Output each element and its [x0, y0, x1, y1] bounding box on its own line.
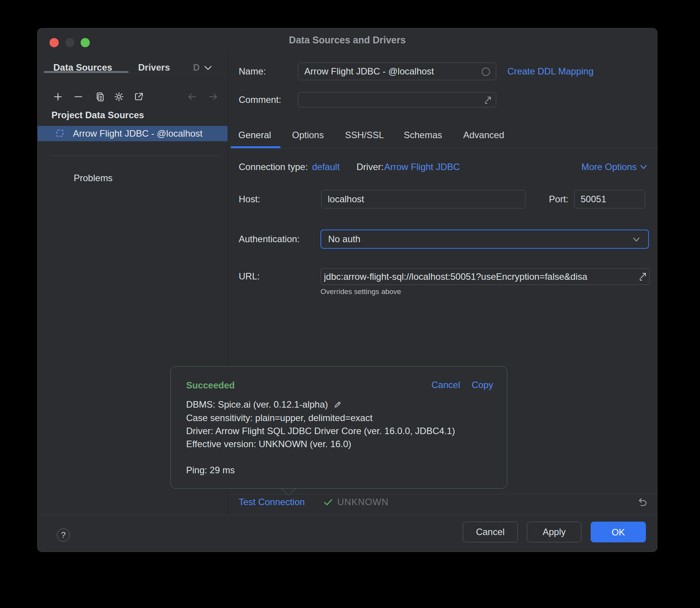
- url-hint: Overrides settings above: [320, 287, 401, 296]
- popup-cancel-link[interactable]: Cancel: [431, 380, 460, 390]
- popup-line-dbms: DBMS: Spice.ai (ver. 0.12.1-alpha): [186, 399, 342, 410]
- host-input[interactable]: localhost: [321, 190, 525, 208]
- sidebar-list-divider: [50, 155, 222, 156]
- window-title: Data Sources and Drivers: [38, 35, 657, 45]
- remove-icon[interactable]: [73, 92, 83, 102]
- tab-options[interactable]: Options: [292, 130, 324, 140]
- more-options-dropdown[interactable]: More Options: [581, 162, 647, 172]
- datasource-list-item-selected[interactable]: Arrow Flight JDBC - @localhost: [38, 126, 228, 141]
- expand-icon[interactable]: [483, 96, 492, 106]
- popup-line-case-sensitivity: Case sensitivity: plain=upper, delimited…: [186, 412, 373, 424]
- forward-arrow-icon[interactable]: [208, 92, 218, 102]
- driver-value-link[interactable]: Arrow Flight JDBC: [384, 162, 460, 172]
- open-in-new-window-icon[interactable]: [134, 92, 144, 102]
- url-expand-icon[interactable]: [637, 272, 647, 283]
- authentication-label: Authentication:: [239, 234, 300, 245]
- edit-pencil-icon[interactable]: [333, 400, 342, 409]
- tab-drivers[interactable]: Drivers: [138, 62, 170, 73]
- datasource-icon: [56, 130, 63, 137]
- loading-circle-icon: [481, 67, 490, 78]
- settings-gear-icon[interactable]: [114, 92, 124, 102]
- cancel-button[interactable]: Cancel: [463, 522, 518, 542]
- tab-schemas[interactable]: Schemas: [404, 130, 442, 140]
- status-badge: Succeeded: [186, 380, 235, 391]
- tab-general[interactable]: General: [238, 130, 271, 140]
- duplicate-icon[interactable]: [94, 92, 104, 102]
- tab-ssh-ssl[interactable]: SSH/SSL: [345, 130, 384, 140]
- ok-button[interactable]: OK: [591, 522, 646, 542]
- footer-divider: [38, 515, 658, 515]
- sidebar-item-problems[interactable]: Problems: [74, 173, 112, 183]
- comment-input[interactable]: [298, 92, 496, 107]
- add-icon[interactable]: [53, 92, 63, 102]
- authentication-select[interactable]: No auth: [320, 230, 649, 249]
- port-input[interactable]: 50051: [574, 190, 645, 208]
- name-input[interactable]: Arrow Flight JDBC - @localhost: [298, 63, 496, 80]
- data-sources-dialog: Data Sources and Drivers Data Sources Dr…: [37, 28, 657, 552]
- name-value: Arrow Flight JDBC - @localhost: [304, 63, 434, 80]
- project-data-sources-heading: Project Data Sources: [51, 110, 144, 121]
- more-options-label: More Options: [581, 162, 637, 172]
- main-tabs-border: [228, 148, 658, 149]
- url-value: jdbc:arrow-flight-sql://localhost:50051?…: [324, 269, 636, 284]
- popup-copy-link[interactable]: Copy: [472, 380, 493, 390]
- authentication-chevron-icon: [632, 236, 641, 244]
- success-check-icon: [324, 499, 333, 508]
- create-ddl-mapping-link[interactable]: Create DDL Mapping: [507, 66, 594, 77]
- comment-label: Comment:: [239, 94, 281, 105]
- port-label: Port:: [545, 194, 568, 205]
- authentication-value: No auth: [328, 230, 360, 248]
- url-input[interactable]: jdbc:arrow-flight-sql://localhost:50051?…: [320, 268, 650, 285]
- undo-icon[interactable]: [636, 497, 648, 509]
- connection-type-label: Connection type:: [239, 162, 308, 172]
- dbms-text: DBMS: Spice.ai (ver. 0.12.1-alpha): [186, 399, 328, 410]
- tab-ddl-truncated[interactable]: D: [193, 62, 201, 73]
- popup-line-ping: Ping: 29 ms: [186, 464, 235, 476]
- tab-advanced[interactable]: Advanced: [463, 130, 504, 140]
- datasource-item-label: Arrow Flight JDBC - @localhost: [73, 126, 203, 141]
- more-options-chevron-icon: [640, 164, 647, 170]
- test-row-top-border: [228, 494, 658, 494]
- host-value: localhost: [328, 190, 364, 208]
- popup-line-driver: Driver: Arrow Flight SQL JDBC Driver Cor…: [186, 425, 455, 437]
- tabs-chevron-down-icon[interactable]: [203, 65, 213, 73]
- host-label: Host:: [239, 194, 260, 205]
- back-arrow-icon[interactable]: [187, 92, 197, 102]
- port-value: 50051: [581, 190, 606, 208]
- connection-type-value-link[interactable]: default: [312, 162, 340, 172]
- url-label: URL:: [239, 271, 260, 282]
- name-label: Name:: [239, 66, 266, 77]
- connection-status-value: UNKNOWN: [337, 497, 389, 507]
- apply-button[interactable]: Apply: [527, 522, 581, 542]
- test-connection-result-popup: Succeeded Cancel Copy DBMS: Spice.ai (ve…: [170, 366, 507, 489]
- tabs-bottom-border: [38, 73, 228, 73]
- popup-line-effective-version: Effective version: UNKNOWN (ver. 16.0): [186, 438, 351, 450]
- driver-label: Driver:: [357, 162, 384, 172]
- test-connection-link[interactable]: Test Connection: [239, 497, 305, 507]
- help-button[interactable]: ?: [57, 529, 70, 542]
